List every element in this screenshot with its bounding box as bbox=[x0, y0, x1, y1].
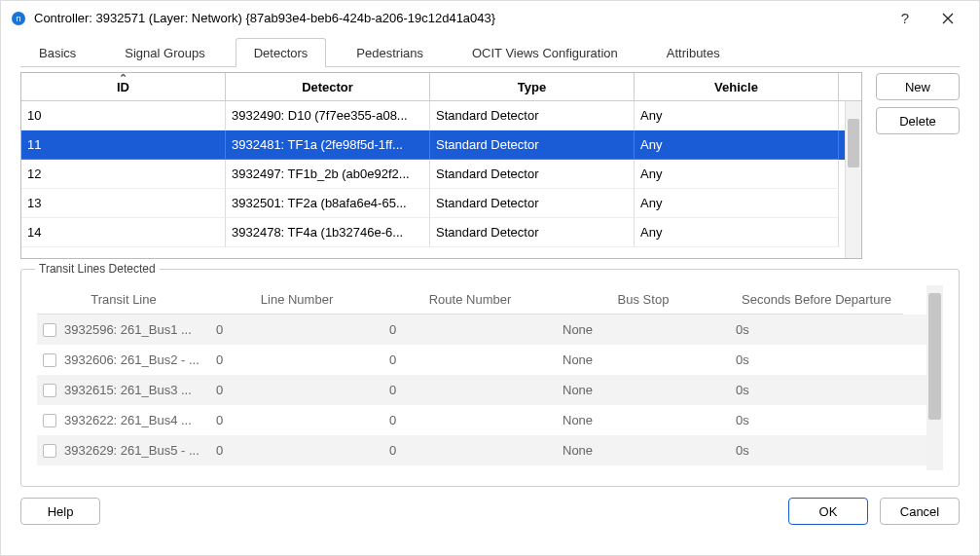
cell-route: 0 bbox=[383, 315, 557, 345]
cell-vehicle: Any bbox=[635, 189, 839, 218]
col-route-number[interactable]: Route Number bbox=[383, 285, 557, 315]
cell-detector: 3932501: TF2a (b8afa6e4-65... bbox=[226, 189, 430, 218]
tab-signal-groups[interactable]: Signal Groups bbox=[106, 38, 223, 67]
titlebar: n Controller: 3932571 (Layer: Network) {… bbox=[1, 1, 979, 35]
col-seconds[interactable]: Seconds Before Departure bbox=[730, 285, 903, 315]
cell-lineno: 0 bbox=[210, 375, 383, 405]
new-button[interactable]: New bbox=[876, 73, 960, 100]
cell-detector: 3932490: D10 (7f7ee355-a08... bbox=[226, 101, 430, 130]
tab-body-detectors: ⌃ID Detector Type Vehicle 103932490: D10… bbox=[20, 72, 960, 545]
cell-lineno: 0 bbox=[210, 435, 383, 465]
cell-transit-line: 3932622: 261_Bus4 ... bbox=[37, 405, 210, 435]
cell-route: 0 bbox=[383, 345, 557, 375]
tab-detectors[interactable]: Detectors bbox=[236, 38, 327, 67]
scrollbar-thumb[interactable] bbox=[848, 119, 859, 167]
cell-id: 14 bbox=[21, 218, 226, 247]
cell-route: 0 bbox=[383, 375, 557, 405]
row-checkbox[interactable] bbox=[43, 414, 56, 427]
cell-type: Standard Detector bbox=[430, 101, 635, 130]
list-item[interactable]: 3932606: 261_Bus2 - ...00None0s bbox=[37, 345, 943, 375]
dialog-window: n Controller: 3932571 (Layer: Network) {… bbox=[0, 0, 980, 556]
col-vehicle[interactable]: Vehicle bbox=[635, 73, 839, 100]
detectors-table-header[interactable]: ⌃ID Detector Type Vehicle bbox=[21, 73, 861, 101]
table-row[interactable]: 103932490: D10 (7f7ee355-a08...Standard … bbox=[21, 101, 861, 130]
group-legend: Transit Lines Detected bbox=[35, 262, 160, 276]
cell-lineno: 0 bbox=[210, 405, 383, 435]
list-item[interactable]: 3932622: 261_Bus4 ...00None0s bbox=[37, 405, 943, 435]
cell-detector: 3932497: TF1b_2b (ab0e92f2... bbox=[226, 160, 430, 189]
cell-secs: 0s bbox=[730, 345, 903, 375]
cell-type: Standard Detector bbox=[430, 130, 635, 160]
footer: Help OK Cancel bbox=[20, 493, 960, 525]
tab-ocit[interactable]: OCIT Views Configuration bbox=[454, 38, 636, 67]
tabbar: Basics Signal Groups Detectors Pedestria… bbox=[20, 38, 960, 67]
tab-pedestrians[interactable]: Pedestrians bbox=[338, 38, 442, 67]
col-bus-stop[interactable]: Bus Stop bbox=[557, 285, 730, 315]
side-buttons: New Delete bbox=[876, 72, 960, 259]
cell-type: Standard Detector bbox=[430, 189, 635, 218]
cell-transit-line: 3932629: 261_Bus5 - ... bbox=[37, 435, 210, 465]
cell-lineno: 0 bbox=[210, 345, 383, 375]
delete-button[interactable]: Delete bbox=[876, 107, 960, 134]
table-row[interactable]: 113932481: TF1a (2fe98f5d-1ff...Standard… bbox=[21, 130, 861, 160]
cell-vehicle: Any bbox=[635, 130, 839, 160]
transit-scrollbar-thumb[interactable] bbox=[928, 293, 941, 420]
transit-scrollbar[interactable] bbox=[926, 285, 943, 470]
ok-button[interactable]: OK bbox=[788, 498, 868, 525]
table-row[interactable]: 143932478: TF4a (1b32746e-6...Standard D… bbox=[21, 218, 861, 247]
cell-secs: 0s bbox=[730, 405, 903, 435]
cell-route: 0 bbox=[383, 435, 557, 465]
window-title: Controller: 3932571 (Layer: Network) {87… bbox=[34, 11, 880, 25]
list-item[interactable]: 3932629: 261_Bus5 - ...00None0s bbox=[37, 435, 943, 465]
row-checkbox[interactable] bbox=[43, 384, 56, 397]
cell-id: 11 bbox=[21, 130, 226, 160]
cell-lineno: 0 bbox=[210, 315, 383, 345]
col-id[interactable]: ⌃ID bbox=[21, 73, 226, 100]
cell-secs: 0s bbox=[730, 435, 903, 465]
col-detector[interactable]: Detector bbox=[226, 73, 430, 100]
row-checkbox[interactable] bbox=[43, 353, 56, 367]
cell-type: Standard Detector bbox=[430, 160, 635, 189]
cell-secs: 0s bbox=[730, 375, 903, 405]
titlebar-help-button[interactable]: ? bbox=[888, 4, 923, 33]
tab-basics[interactable]: Basics bbox=[20, 38, 94, 67]
row-checkbox[interactable] bbox=[43, 323, 56, 337]
sort-asc-icon: ⌃ bbox=[119, 72, 127, 85]
cell-vehicle: Any bbox=[635, 218, 839, 247]
close-icon[interactable] bbox=[930, 4, 965, 33]
col-type[interactable]: Type bbox=[430, 73, 635, 100]
cell-stop: None bbox=[557, 315, 730, 345]
transit-table[interactable]: Transit Line Line Number Route Number Bu… bbox=[37, 285, 943, 470]
cell-id: 12 bbox=[21, 160, 226, 189]
cell-transit-line: 3932596: 261_Bus1 ... bbox=[37, 315, 210, 345]
cell-type: Standard Detector bbox=[430, 218, 635, 247]
col-line-number[interactable]: Line Number bbox=[210, 285, 383, 315]
cell-stop: None bbox=[557, 405, 730, 435]
table-row[interactable]: 123932497: TF1b_2b (ab0e92f2...Standard … bbox=[21, 160, 861, 189]
vertical-scrollbar[interactable] bbox=[845, 101, 861, 258]
detectors-table[interactable]: ⌃ID Detector Type Vehicle 103932490: D10… bbox=[20, 72, 862, 259]
list-item[interactable]: 3932615: 261_Bus3 ...00None0s bbox=[37, 375, 943, 405]
col-transit-line[interactable]: Transit Line bbox=[37, 285, 210, 315]
transit-table-body[interactable]: 3932596: 261_Bus1 ...00None0s3932606: 26… bbox=[37, 315, 943, 470]
table-row[interactable]: 133932501: TF2a (b8afa6e4-65...Standard … bbox=[21, 189, 861, 218]
cell-vehicle: Any bbox=[635, 160, 839, 189]
cell-detector: 3932481: TF1a (2fe98f5d-1ff... bbox=[226, 130, 430, 160]
list-item[interactable]: 3932596: 261_Bus1 ...00None0s bbox=[37, 315, 943, 345]
cell-stop: None bbox=[557, 345, 730, 375]
transit-table-header: Transit Line Line Number Route Number Bu… bbox=[37, 285, 943, 315]
cancel-button[interactable]: Cancel bbox=[880, 498, 960, 525]
cell-route: 0 bbox=[383, 405, 557, 435]
row-checkbox[interactable] bbox=[43, 444, 56, 458]
cell-stop: None bbox=[557, 435, 730, 465]
cell-id: 10 bbox=[21, 101, 226, 130]
cell-transit-line: 3932615: 261_Bus3 ... bbox=[37, 375, 210, 405]
tab-attributes[interactable]: Attributes bbox=[648, 38, 739, 67]
cell-vehicle: Any bbox=[635, 101, 839, 130]
help-button[interactable]: Help bbox=[20, 498, 100, 525]
cell-secs: 0s bbox=[730, 315, 903, 345]
cell-id: 13 bbox=[21, 189, 226, 218]
transit-lines-group: Transit Lines Detected Transit Line Line… bbox=[20, 269, 960, 487]
detectors-table-body[interactable]: 103932490: D10 (7f7ee355-a08...Standard … bbox=[21, 101, 861, 258]
content: Basics Signal Groups Detectors Pedestria… bbox=[1, 35, 979, 555]
